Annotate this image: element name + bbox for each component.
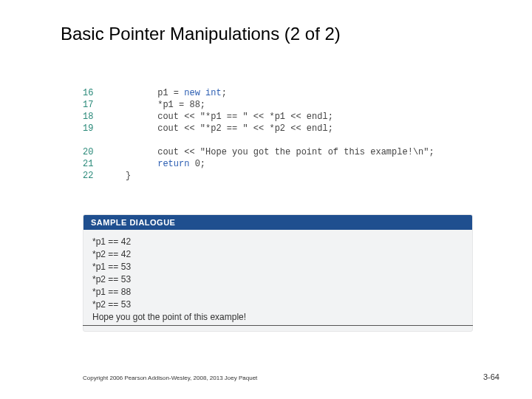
code-line: *p1 = 88; <box>126 99 205 111</box>
code-line: p1 = new int; <box>126 87 227 99</box>
code-line: cout << "*p2 == " << *p2 << endl; <box>126 123 333 134</box>
copyright-text: Copyright 2006 Pearson Addison-Wesley, 2… <box>83 375 257 381</box>
output-line: *p2 == 42 <box>92 248 463 261</box>
output-line: *p1 == 53 <box>92 261 463 273</box>
line-number: 17 <box>83 99 126 111</box>
line-number: 19 <box>83 123 126 134</box>
line-number: 18 <box>83 111 126 123</box>
line-number: 16 <box>83 87 126 99</box>
output-line: *p2 == 53 <box>92 273 463 286</box>
output-line: Hope you got the point of this example! <box>92 311 463 324</box>
slide-title: Basic Pointer Manipulations (2 of 2) <box>61 24 341 44</box>
code-line: } <box>126 170 131 182</box>
output-line: *p1 == 88 <box>92 286 463 299</box>
output-line: *p1 == 42 <box>92 236 463 248</box>
output-line: *p2 == 53 <box>92 299 463 311</box>
code-line: cout << "Hope you got the point of this … <box>126 146 434 158</box>
divider-line <box>83 325 473 326</box>
code-line: return 0; <box>126 158 205 170</box>
code-block: 16 p1 = new int; 17 *p1 = 88; 18 cout <<… <box>83 87 434 182</box>
dialogue-body: *p1 == 42 *p2 == 42 *p1 == 53 *p2 == 53 … <box>83 230 472 331</box>
code-line: cout << "*p1 == " << *p1 << endl; <box>126 111 333 123</box>
line-number: 22 <box>83 170 126 182</box>
line-number: 20 <box>83 146 126 158</box>
sample-dialogue-box: SAMPLE DIALOGUE *p1 == 42 *p2 == 42 *p1 … <box>83 214 473 332</box>
footer: Copyright 2006 Pearson Addison-Wesley, 2… <box>0 369 532 381</box>
line-number: 21 <box>83 158 126 170</box>
dialogue-header: SAMPLE DIALOGUE <box>83 215 472 230</box>
page-number: 3-64 <box>483 372 499 381</box>
